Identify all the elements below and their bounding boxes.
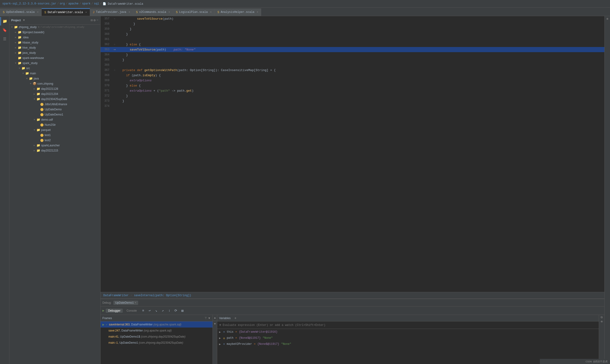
- tab-v2commands[interactable]: S v2Commands.scala ×: [133, 8, 173, 16]
- step-into-btn[interactable]: ↘: [154, 308, 159, 313]
- tree-hive[interactable]: ▶ 📁 hive_study: [9, 45, 100, 50]
- tree-root[interactable]: ▼ 📁 zhiyong_study E:\study\srccode\zhiyo…: [9, 25, 100, 30]
- tab-close[interactable]: ×: [257, 11, 258, 13]
- settings-icon[interactable]: ⚙: [93, 18, 95, 22]
- tree-parquet[interactable]: ▼ 📁 parquet: [9, 127, 100, 132]
- var-expand-this[interactable]: ▶: [219, 330, 222, 334]
- step-over-btn[interactable]: ↩: [147, 308, 152, 313]
- var-item-maybev2[interactable]: ▶ ≡ maybeV2Provider = {None$@11917} "Non…: [217, 341, 599, 347]
- add-eval-btn[interactable]: +: [219, 323, 221, 327]
- tab-tableprovider[interactable]: J TableProvider.java ×: [90, 8, 133, 16]
- tree-src[interactable]: ▼ 📁 src: [9, 66, 100, 71]
- right-tool-1[interactable]: ⊞: [606, 18, 609, 20]
- editor-bc-method[interactable]: saveInternal(path: Option[String]): [134, 294, 191, 297]
- project-icon[interactable]: 📁: [0, 17, 9, 26]
- close-sidebar-icon[interactable]: −: [97, 18, 98, 22]
- line-content-359: }: [117, 27, 604, 31]
- tree-updatedemo[interactable]: ⬤ UpDateDemo: [9, 107, 100, 112]
- debugger-tab[interactable]: Debugger: [106, 309, 123, 313]
- tab-updatedemo1[interactable]: S UpDateDemo1.scala ×: [0, 8, 42, 16]
- breadcrumb-sql[interactable]: sql: [94, 2, 99, 5]
- filter-frames-btn[interactable]: ⊤: [205, 317, 207, 320]
- rerun-btn[interactable]: ≡: [141, 308, 146, 313]
- tree-idea[interactable]: ▶ 📁 .idea: [9, 35, 100, 40]
- tree-num2str[interactable]: ⬤ Num2Str: [9, 122, 100, 127]
- gutter-357: ○: [112, 17, 117, 20]
- debug-toolbar: ▶ Debugger Console ≡ ↩ ↘ ↗ ↕ ⟳ ▤: [101, 307, 604, 315]
- project-label: Project: [11, 19, 21, 22]
- var-item-path[interactable]: ▶ ◎ path = {None$@11917} "None": [217, 335, 599, 341]
- evaluate-btn[interactable]: ⟳: [173, 308, 178, 313]
- line-num-360: 360: [101, 32, 112, 36]
- collapse-all-icon[interactable]: ⊟: [91, 18, 92, 22]
- tree-day20221204[interactable]: ▶ 📁 day20221204: [9, 91, 100, 97]
- line-num-370: 370: [101, 84, 112, 87]
- eval-input[interactable]: [223, 324, 597, 327]
- project-dropdown-arrow[interactable]: ▼: [23, 19, 25, 22]
- run-to-cursor-btn[interactable]: ↕: [167, 308, 172, 313]
- debug-session-tab[interactable]: UpDateDemo1 ×: [113, 301, 138, 305]
- line-num-373: 373: [101, 99, 112, 103]
- frame-item-2[interactable]: main:41, UpDateDemo1$ (com.zhiyong.day20…: [101, 334, 212, 340]
- tree-java[interactable]: ▼ 📁 java: [9, 76, 100, 81]
- tree-jdbcutils[interactable]: ⬤ JdbcUtilsEnhance: [9, 102, 100, 107]
- frame-item-3[interactable]: main:-1, UpDateDemo1 (com.zhiyong.day202…: [101, 340, 212, 346]
- breadcrumb-jar[interactable]: spark-sql_2.12-3.3.0-sources.jar: [2, 2, 56, 5]
- step-out-btn[interactable]: ↗: [160, 308, 165, 313]
- tree-spark-study[interactable]: ▼ 📁 spark_study: [9, 61, 100, 66]
- structure-icon[interactable]: ☰: [0, 35, 9, 43]
- frame-item-0[interactable]: ▶ ✓ saveInternal:363, DataFrameWriter (o…: [101, 322, 212, 327]
- tab-close[interactable]: ×: [210, 11, 212, 13]
- tab-label: LogicalPlan.scala: [179, 11, 208, 14]
- add-watch-btn[interactable]: +: [234, 316, 236, 320]
- copy-btn[interactable]: ⧉: [601, 316, 603, 319]
- tree-test1[interactable]: ⬤ test1: [9, 132, 100, 138]
- tab-close[interactable]: ×: [169, 11, 170, 13]
- tab-dataframewriter[interactable]: S DataFrameWriter.scala ×: [42, 8, 90, 16]
- tree-day20221128[interactable]: ▶ 📁 day20221128: [9, 86, 100, 91]
- var-expand-path[interactable]: ▶: [219, 337, 222, 340]
- expand-frames-btn[interactable]: ▼: [208, 317, 211, 320]
- tree-com-zhiyong[interactable]: ▼ 📦 com.zhiyong: [9, 81, 100, 86]
- tree-demo-udf[interactable]: ▼ 📁 demo.udf: [9, 117, 100, 122]
- frames-btn[interactable]: ▤: [180, 308, 185, 313]
- bookmark-icon[interactable]: 🔖: [0, 26, 9, 34]
- tab-close[interactable]: ×: [37, 11, 39, 13]
- tab-close[interactable]: ×: [85, 11, 87, 14]
- var-eq-path: =: [235, 337, 237, 340]
- tree-sparklauncher[interactable]: ▶ 📁 sparkLauncher: [9, 143, 100, 148]
- frame-item-1[interactable]: save:247, DataFrameWriter (org.apache.sp…: [101, 327, 212, 334]
- tab-label: v2Commands.scala: [139, 11, 166, 14]
- scroll-down-btn[interactable]: ▼: [213, 321, 217, 327]
- frame-label: save:247, DataFrameWriter (org.apache.sp…: [108, 329, 172, 332]
- var-expand-maybev2[interactable]: ▶: [219, 342, 222, 346]
- console-tab[interactable]: Console: [124, 309, 139, 313]
- frames-list: ▶ ✓ saveInternal:363, DataFrameWriter (o…: [101, 322, 212, 364]
- debug-content: Frames ⊤ ▼ ▶ ✓ saveInternal:36: [101, 315, 604, 364]
- tab-logicalplan[interactable]: S LogicalPlan.scala ×: [173, 8, 215, 16]
- breadcrumb-apache[interactable]: apache: [68, 2, 78, 5]
- breadcrumb-org[interactable]: org: [60, 2, 65, 5]
- scala-icon: S: [3, 11, 5, 14]
- scroll-up-btn[interactable]: ▲: [213, 315, 217, 321]
- tree-spark-warehouse[interactable]: 📁 spark-warehouse: [9, 55, 100, 61]
- code-lines: 357 ○ saveToV1Source(path) 358 } 359: [101, 16, 604, 292]
- editor-bc-file[interactable]: DataFrameWriter: [103, 294, 129, 297]
- tab-close[interactable]: ×: [129, 11, 130, 13]
- tree-hbase[interactable]: ▶ 📁 hbase_study: [9, 40, 100, 45]
- var-item-this[interactable]: ▶ ≡ this = {DataFrameWriter@11916}: [217, 329, 599, 335]
- tree-java-study[interactable]: ▶ 📁 java_study: [9, 50, 100, 55]
- tab-analysishelper[interactable]: S AnalysisHelper.scala ×: [215, 8, 261, 16]
- tree-project-basedir[interactable]: ▶ 📁 ${project.basedir}: [9, 30, 100, 35]
- eye-btn[interactable]: 👁: [600, 320, 603, 324]
- breadcrumb-spark[interactable]: spark: [82, 2, 91, 5]
- tree-day20230425[interactable]: ▼ 📁 day20230425upDate: [9, 97, 100, 102]
- code-line-365: 365 }: [101, 57, 604, 62]
- tree-day20221215[interactable]: ▶ 📁 day20221215: [9, 148, 100, 153]
- tree-test2[interactable]: ⬤ test2: [9, 138, 100, 143]
- tree-updatedemo1[interactable]: ⬤ UpDateDemo1: [9, 112, 100, 117]
- debug-run-btn[interactable]: ▶: [103, 309, 104, 312]
- debug-session-close[interactable]: ×: [135, 301, 136, 304]
- var-icon-list: ≡: [223, 331, 225, 333]
- tree-main[interactable]: ▼ 📁 main: [9, 71, 100, 76]
